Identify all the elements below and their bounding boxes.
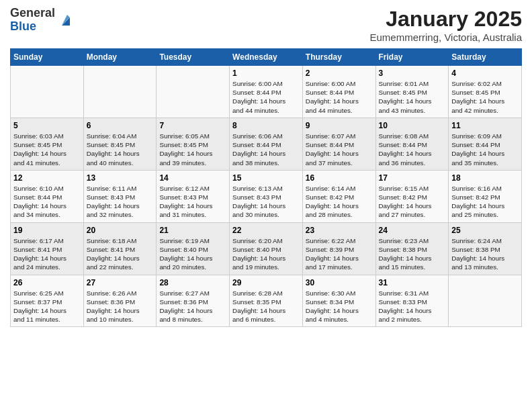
day-info: Sunrise: 6:05 AM Sunset: 8:45 PM Dayligh… bbox=[159, 132, 226, 167]
week-row-3: 12Sunrise: 6:10 AM Sunset: 8:44 PM Dayli… bbox=[11, 170, 522, 222]
day-info: Sunrise: 6:22 AM Sunset: 8:39 PM Dayligh… bbox=[306, 236, 373, 272]
day-cell: 20Sunrise: 6:18 AM Sunset: 8:41 PM Dayli… bbox=[83, 222, 157, 275]
day-info: Sunrise: 6:19 AM Sunset: 8:40 PM Dayligh… bbox=[159, 236, 226, 272]
day-number: 9 bbox=[306, 121, 373, 130]
weekday-header-row: SundayMondayTuesdayWednesdayThursdayFrid… bbox=[11, 49, 522, 66]
day-cell: 24Sunrise: 6:23 AM Sunset: 8:38 PM Dayli… bbox=[375, 222, 449, 275]
day-info: Sunrise: 6:25 AM Sunset: 8:37 PM Dayligh… bbox=[13, 289, 81, 324]
calendar-title: January 2025 bbox=[370, 7, 522, 32]
title-block: January 2025 Eumemmerring, Victoria, Aus… bbox=[370, 7, 522, 43]
day-cell: 14Sunrise: 6:12 AM Sunset: 8:43 PM Dayli… bbox=[157, 170, 230, 222]
day-cell bbox=[83, 66, 157, 118]
day-number: 23 bbox=[306, 226, 373, 235]
day-cell: 11Sunrise: 6:09 AM Sunset: 8:44 PM Dayli… bbox=[449, 118, 522, 170]
day-cell: 23Sunrise: 6:22 AM Sunset: 8:39 PM Dayli… bbox=[302, 222, 375, 275]
day-number: 22 bbox=[232, 226, 300, 235]
day-cell: 31Sunrise: 6:31 AM Sunset: 8:33 PM Dayli… bbox=[375, 275, 449, 327]
day-info: Sunrise: 6:01 AM Sunset: 8:45 PM Dayligh… bbox=[379, 79, 446, 115]
day-number: 26 bbox=[13, 278, 81, 287]
day-info: Sunrise: 6:28 AM Sunset: 8:35 PM Dayligh… bbox=[232, 289, 300, 324]
day-info: Sunrise: 6:18 AM Sunset: 8:41 PM Dayligh… bbox=[87, 236, 154, 272]
day-number: 5 bbox=[13, 121, 81, 130]
weekday-header-wednesday: Wednesday bbox=[230, 49, 303, 66]
day-number: 16 bbox=[306, 173, 373, 183]
day-cell bbox=[157, 66, 230, 118]
day-info: Sunrise: 6:23 AM Sunset: 8:38 PM Dayligh… bbox=[379, 236, 446, 272]
logo: General Blue bbox=[10, 7, 73, 34]
weekday-header-sunday: Sunday bbox=[11, 49, 84, 66]
day-cell: 28Sunrise: 6:27 AM Sunset: 8:36 PM Dayli… bbox=[157, 275, 230, 327]
day-number: 4 bbox=[451, 68, 519, 78]
day-number: 15 bbox=[232, 173, 300, 183]
day-cell: 12Sunrise: 6:10 AM Sunset: 8:44 PM Dayli… bbox=[11, 170, 84, 222]
day-number: 28 bbox=[159, 278, 226, 287]
day-cell: 7Sunrise: 6:05 AM Sunset: 8:45 PM Daylig… bbox=[157, 118, 230, 170]
day-number: 6 bbox=[87, 121, 154, 130]
day-number: 20 bbox=[87, 226, 154, 235]
day-number: 2 bbox=[306, 68, 373, 78]
day-info: Sunrise: 6:00 AM Sunset: 8:44 PM Dayligh… bbox=[232, 79, 300, 115]
week-row-1: 1Sunrise: 6:00 AM Sunset: 8:44 PM Daylig… bbox=[11, 66, 522, 118]
day-number: 25 bbox=[451, 226, 519, 235]
day-cell: 27Sunrise: 6:26 AM Sunset: 8:36 PM Dayli… bbox=[83, 275, 157, 327]
day-info: Sunrise: 6:06 AM Sunset: 8:44 PM Dayligh… bbox=[232, 132, 300, 167]
day-number: 8 bbox=[232, 121, 300, 130]
day-info: Sunrise: 6:14 AM Sunset: 8:42 PM Dayligh… bbox=[306, 184, 373, 220]
day-cell: 18Sunrise: 6:16 AM Sunset: 8:42 PM Dayli… bbox=[449, 170, 522, 222]
day-info: Sunrise: 6:00 AM Sunset: 8:44 PM Dayligh… bbox=[306, 79, 373, 115]
day-info: Sunrise: 6:17 AM Sunset: 8:41 PM Dayligh… bbox=[13, 236, 81, 272]
day-cell: 4Sunrise: 6:02 AM Sunset: 8:45 PM Daylig… bbox=[449, 66, 522, 118]
day-number: 3 bbox=[379, 68, 446, 78]
day-info: Sunrise: 6:27 AM Sunset: 8:36 PM Dayligh… bbox=[159, 289, 226, 324]
week-row-5: 26Sunrise: 6:25 AM Sunset: 8:37 PM Dayli… bbox=[11, 275, 522, 327]
day-cell: 17Sunrise: 6:15 AM Sunset: 8:42 PM Dayli… bbox=[375, 170, 449, 222]
day-info: Sunrise: 6:30 AM Sunset: 8:34 PM Dayligh… bbox=[306, 289, 373, 324]
weekday-header-tuesday: Tuesday bbox=[157, 49, 230, 66]
day-number: 18 bbox=[451, 173, 519, 183]
calendar-table: SundayMondayTuesdayWednesdayThursdayFrid… bbox=[10, 48, 522, 327]
day-cell bbox=[449, 275, 522, 327]
day-cell: 15Sunrise: 6:13 AM Sunset: 8:43 PM Dayli… bbox=[230, 170, 303, 222]
day-number: 11 bbox=[451, 121, 519, 130]
day-number: 29 bbox=[232, 278, 300, 287]
weekday-header-thursday: Thursday bbox=[302, 49, 375, 66]
day-cell: 8Sunrise: 6:06 AM Sunset: 8:44 PM Daylig… bbox=[230, 118, 303, 170]
day-cell bbox=[11, 66, 84, 118]
day-info: Sunrise: 6:03 AM Sunset: 8:45 PM Dayligh… bbox=[13, 132, 81, 167]
page-header: General Blue January 2025 Eumemmerring, … bbox=[10, 7, 522, 43]
logo-blue-text: Blue bbox=[10, 19, 36, 33]
logo-icon bbox=[56, 12, 73, 28]
day-cell: 22Sunrise: 6:20 AM Sunset: 8:40 PM Dayli… bbox=[230, 222, 303, 275]
day-number: 13 bbox=[87, 173, 154, 183]
day-cell: 25Sunrise: 6:24 AM Sunset: 8:38 PM Dayli… bbox=[449, 222, 522, 275]
day-cell: 26Sunrise: 6:25 AM Sunset: 8:37 PM Dayli… bbox=[11, 275, 84, 327]
day-info: Sunrise: 6:20 AM Sunset: 8:40 PM Dayligh… bbox=[232, 236, 300, 272]
day-cell: 16Sunrise: 6:14 AM Sunset: 8:42 PM Dayli… bbox=[302, 170, 375, 222]
day-number: 30 bbox=[306, 278, 373, 287]
day-number: 31 bbox=[379, 278, 446, 287]
day-cell: 1Sunrise: 6:00 AM Sunset: 8:44 PM Daylig… bbox=[230, 66, 303, 118]
weekday-header-friday: Friday bbox=[375, 49, 449, 66]
day-cell: 10Sunrise: 6:08 AM Sunset: 8:44 PM Dayli… bbox=[375, 118, 449, 170]
day-info: Sunrise: 6:12 AM Sunset: 8:43 PM Dayligh… bbox=[159, 184, 226, 220]
day-number: 7 bbox=[159, 121, 226, 130]
day-info: Sunrise: 6:08 AM Sunset: 8:44 PM Dayligh… bbox=[379, 132, 446, 167]
day-cell: 5Sunrise: 6:03 AM Sunset: 8:45 PM Daylig… bbox=[11, 118, 84, 170]
day-cell: 13Sunrise: 6:11 AM Sunset: 8:43 PM Dayli… bbox=[83, 170, 157, 222]
day-info: Sunrise: 6:13 AM Sunset: 8:43 PM Dayligh… bbox=[232, 184, 300, 220]
day-number: 21 bbox=[159, 226, 226, 235]
day-number: 12 bbox=[13, 173, 81, 183]
day-number: 14 bbox=[159, 173, 226, 183]
day-cell: 3Sunrise: 6:01 AM Sunset: 8:45 PM Daylig… bbox=[375, 66, 449, 118]
day-info: Sunrise: 6:11 AM Sunset: 8:43 PM Dayligh… bbox=[87, 184, 154, 220]
day-number: 17 bbox=[379, 173, 446, 183]
day-cell: 29Sunrise: 6:28 AM Sunset: 8:35 PM Dayli… bbox=[230, 275, 303, 327]
calendar-subtitle: Eumemmerring, Victoria, Australia bbox=[370, 32, 522, 43]
day-number: 1 bbox=[232, 68, 300, 78]
day-number: 19 bbox=[13, 226, 81, 235]
day-info: Sunrise: 6:26 AM Sunset: 8:36 PM Dayligh… bbox=[87, 289, 154, 324]
day-number: 27 bbox=[87, 278, 154, 287]
day-info: Sunrise: 6:02 AM Sunset: 8:45 PM Dayligh… bbox=[451, 79, 519, 115]
day-cell: 6Sunrise: 6:04 AM Sunset: 8:45 PM Daylig… bbox=[83, 118, 157, 170]
day-cell: 2Sunrise: 6:00 AM Sunset: 8:44 PM Daylig… bbox=[302, 66, 375, 118]
